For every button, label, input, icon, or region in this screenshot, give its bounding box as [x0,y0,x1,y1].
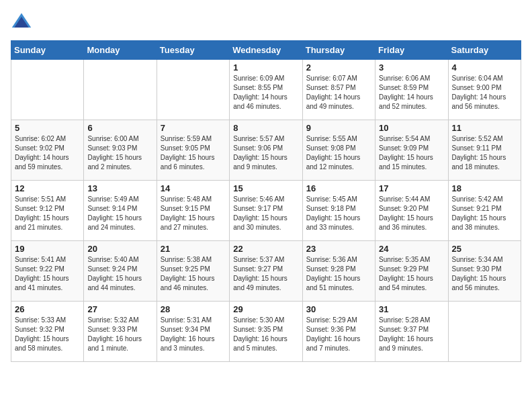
calendar-cell [157,60,229,120]
weekday-header-saturday: Saturday [448,41,521,60]
calendar-cell: 4Sunrise: 6:04 AM Sunset: 9:00 PM Daylig… [448,60,521,120]
day-info: Sunrise: 5:55 AM Sunset: 9:08 PM Dayligh… [306,134,371,172]
calendar-cell: 23Sunrise: 5:36 AM Sunset: 9:28 PM Dayli… [302,241,375,302]
calendar-cell [84,60,157,120]
weekday-header-row: SundayMondayTuesdayWednesdayThursdayFrid… [11,41,521,60]
day-info: Sunrise: 5:38 AM Sunset: 9:25 PM Dayligh… [161,255,226,293]
day-info: Sunrise: 5:52 AM Sunset: 9:11 PM Dayligh… [452,134,517,172]
calendar-cell: 27Sunrise: 5:32 AM Sunset: 9:33 PM Dayli… [84,302,157,362]
weekday-header-friday: Friday [375,41,448,60]
calendar-week-row: 12Sunrise: 5:51 AM Sunset: 9:12 PM Dayli… [11,181,521,241]
calendar-cell: 28Sunrise: 5:31 AM Sunset: 9:34 PM Dayli… [157,302,229,362]
day-info: Sunrise: 5:28 AM Sunset: 9:37 PM Dayligh… [379,316,444,353]
day-number: 3 [379,62,444,73]
day-number: 5 [15,123,80,133]
day-number: 25 [452,244,517,254]
calendar-cell: 26Sunrise: 5:33 AM Sunset: 9:32 PM Dayli… [11,302,84,362]
calendar-table: SundayMondayTuesdayWednesdayThursdayFrid… [11,40,521,362]
day-info: Sunrise: 5:44 AM Sunset: 9:20 PM Dayligh… [379,195,444,232]
calendar-cell: 13Sunrise: 5:49 AM Sunset: 9:14 PM Dayli… [84,181,157,241]
day-info: Sunrise: 5:29 AM Sunset: 9:36 PM Dayligh… [306,316,371,353]
day-number: 27 [87,304,152,314]
calendar-cell: 7Sunrise: 5:59 AM Sunset: 9:05 PM Daylig… [157,120,229,181]
day-number: 8 [233,123,298,133]
day-info: Sunrise: 5:57 AM Sunset: 9:06 PM Dayligh… [233,134,298,172]
calendar-week-row: 1Sunrise: 6:09 AM Sunset: 8:55 PM Daylig… [11,60,521,120]
calendar-cell: 30Sunrise: 5:29 AM Sunset: 9:36 PM Dayli… [302,302,375,362]
day-info: Sunrise: 5:59 AM Sunset: 9:05 PM Dayligh… [161,134,226,172]
calendar-week-row: 26Sunrise: 5:33 AM Sunset: 9:32 PM Dayli… [11,302,521,362]
day-info: Sunrise: 5:36 AM Sunset: 9:28 PM Dayligh… [306,255,371,293]
calendar-cell: 5Sunrise: 6:02 AM Sunset: 9:02 PM Daylig… [11,120,84,181]
calendar-cell: 2Sunrise: 6:07 AM Sunset: 8:57 PM Daylig… [302,60,375,120]
calendar-cell: 9Sunrise: 5:55 AM Sunset: 9:08 PM Daylig… [302,120,375,181]
calendar-cell: 25Sunrise: 5:34 AM Sunset: 9:30 PM Dayli… [448,241,521,302]
calendar-cell [448,302,521,362]
logo [11,11,34,32]
day-number: 16 [306,183,371,193]
day-info: Sunrise: 5:42 AM Sunset: 9:21 PM Dayligh… [452,195,517,232]
day-info: Sunrise: 5:54 AM Sunset: 9:09 PM Dayligh… [379,134,444,172]
day-info: Sunrise: 5:35 AM Sunset: 9:29 PM Dayligh… [379,255,444,293]
calendar-cell: 17Sunrise: 5:44 AM Sunset: 9:20 PM Dayli… [375,181,448,241]
day-number: 21 [161,244,226,254]
calendar-cell: 18Sunrise: 5:42 AM Sunset: 9:21 PM Dayli… [448,181,521,241]
day-number: 11 [452,123,517,133]
day-number: 29 [233,304,298,314]
day-number: 1 [233,62,298,73]
day-info: Sunrise: 5:41 AM Sunset: 9:22 PM Dayligh… [15,255,80,293]
day-info: Sunrise: 5:31 AM Sunset: 9:34 PM Dayligh… [161,316,226,353]
calendar-week-row: 19Sunrise: 5:41 AM Sunset: 9:22 PM Dayli… [11,241,521,302]
day-number: 9 [306,123,371,133]
day-info: Sunrise: 5:48 AM Sunset: 9:15 PM Dayligh… [161,195,226,232]
day-info: Sunrise: 5:30 AM Sunset: 9:35 PM Dayligh… [233,316,298,353]
day-number: 7 [161,123,226,133]
logo-icon [11,11,32,32]
day-number: 2 [306,62,371,73]
weekday-header-thursday: Thursday [302,41,375,60]
day-number: 12 [15,183,80,193]
calendar-cell: 3Sunrise: 6:06 AM Sunset: 8:59 PM Daylig… [375,60,448,120]
day-info: Sunrise: 6:07 AM Sunset: 8:57 PM Dayligh… [306,74,371,111]
calendar-cell [11,60,84,120]
calendar-cell: 19Sunrise: 5:41 AM Sunset: 9:22 PM Dayli… [11,241,84,302]
day-number: 31 [379,304,444,314]
day-number: 18 [452,183,517,193]
day-info: Sunrise: 5:32 AM Sunset: 9:33 PM Dayligh… [87,316,152,353]
calendar-cell: 8Sunrise: 5:57 AM Sunset: 9:06 PM Daylig… [230,120,302,181]
day-info: Sunrise: 6:02 AM Sunset: 9:02 PM Dayligh… [15,134,80,172]
day-number: 15 [233,183,298,193]
day-info: Sunrise: 6:00 AM Sunset: 9:03 PM Dayligh… [87,134,152,172]
day-number: 28 [161,304,226,314]
weekday-header-tuesday: Tuesday [157,41,229,60]
day-info: Sunrise: 5:33 AM Sunset: 9:32 PM Dayligh… [15,316,80,353]
calendar-cell: 16Sunrise: 5:45 AM Sunset: 9:18 PM Dayli… [302,181,375,241]
day-number: 17 [379,183,444,193]
day-number: 6 [87,123,152,133]
day-number: 14 [161,183,226,193]
calendar-week-row: 5Sunrise: 6:02 AM Sunset: 9:02 PM Daylig… [11,120,521,181]
day-info: Sunrise: 5:46 AM Sunset: 9:17 PM Dayligh… [233,195,298,232]
page-header [11,11,521,32]
calendar-cell: 1Sunrise: 6:09 AM Sunset: 8:55 PM Daylig… [230,60,302,120]
day-info: Sunrise: 6:09 AM Sunset: 8:55 PM Dayligh… [233,74,298,111]
calendar-cell: 10Sunrise: 5:54 AM Sunset: 9:09 PM Dayli… [375,120,448,181]
calendar-cell: 22Sunrise: 5:37 AM Sunset: 9:27 PM Dayli… [230,241,302,302]
day-number: 10 [379,123,444,133]
day-number: 4 [452,62,517,73]
weekday-header-wednesday: Wednesday [230,41,302,60]
calendar-cell: 29Sunrise: 5:30 AM Sunset: 9:35 PM Dayli… [230,302,302,362]
calendar-cell: 20Sunrise: 5:40 AM Sunset: 9:24 PM Dayli… [84,241,157,302]
day-number: 13 [87,183,152,193]
day-number: 24 [379,244,444,254]
day-info: Sunrise: 5:37 AM Sunset: 9:27 PM Dayligh… [233,255,298,293]
day-number: 23 [306,244,371,254]
day-info: Sunrise: 6:04 AM Sunset: 9:00 PM Dayligh… [452,74,517,111]
day-number: 20 [87,244,152,254]
calendar-header: SundayMondayTuesdayWednesdayThursdayFrid… [11,41,521,60]
calendar-cell: 15Sunrise: 5:46 AM Sunset: 9:17 PM Dayli… [230,181,302,241]
calendar-cell: 31Sunrise: 5:28 AM Sunset: 9:37 PM Dayli… [375,302,448,362]
weekday-header-monday: Monday [84,41,157,60]
day-info: Sunrise: 6:06 AM Sunset: 8:59 PM Dayligh… [379,74,444,111]
calendar-cell: 14Sunrise: 5:48 AM Sunset: 9:15 PM Dayli… [157,181,229,241]
